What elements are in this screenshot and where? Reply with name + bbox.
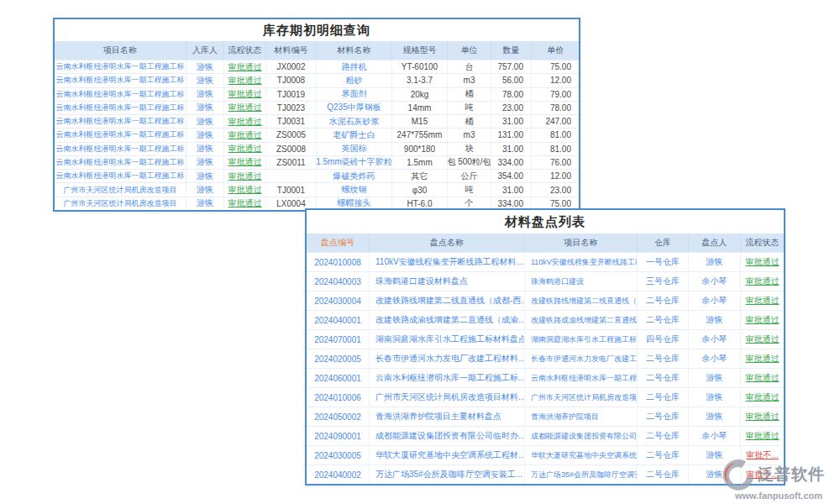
table-row[interactable]: 云南水利枢纽潜明水库一期工程施工标游恢审批通过TJ0031水泥石灰砂浆M15桶3…	[55, 114, 579, 128]
check-name-cell[interactable]: 华软大厦研究基地中央空调系统工程材...	[370, 446, 525, 465]
check-name-cell[interactable]: 成都能源建设集团投资有限公司临时办...	[370, 427, 525, 445]
check-name-cell[interactable]: 湖南洞庭湖水库引水工程施工标材料盘点	[370, 330, 525, 349]
material-name-cell[interactable]: 界面剂	[317, 88, 392, 101]
table-row[interactable]: 2024030004改建铁路线增建第二线直通线（成都-西...改建铁路线增建第二…	[307, 291, 784, 310]
table-row[interactable]: 云南水利枢纽潜明水库一期工程施工标游恢审批通过TJ0019界面剂20kg桶78.…	[55, 87, 579, 101]
warehouse-cell[interactable]: 二号仓库	[638, 427, 689, 445]
project-name-cell[interactable]: 万达广场35#会所及咖啡厅空调安装...	[525, 465, 638, 484]
project-name-cell[interactable]: 成都能源建设集团投资有限公司临时...	[525, 427, 638, 445]
receiver-cell[interactable]: 游恢	[186, 156, 224, 169]
table-row[interactable]: 云南水利枢纽潜明水库一期工程施工标游恢审批通过ZS00111.5mm瓷砖十字胶粒…	[55, 155, 579, 169]
material-name-cell[interactable]: 英国棕	[317, 143, 392, 155]
checker-cell[interactable]: 游恢	[689, 465, 741, 484]
column-header-process-status[interactable]: 流程状态	[224, 41, 266, 60]
status-cell[interactable]: 审批通过	[224, 129, 266, 141]
checker-cell[interactable]: 余小琴	[689, 291, 741, 310]
check-name-cell[interactable]: 青海洪湖养护院项目主要材料盘点	[370, 407, 525, 426]
receiver-cell[interactable]: 游恢	[186, 60, 224, 73]
project-name-cell[interactable]: 改建铁路线增建第二线直通线（成都-...	[525, 291, 638, 310]
table-row[interactable]: 广州市天河区统计局机房改造项目游恢审批通过TJ0001螺纹钢φ30吨31.002…	[55, 182, 579, 196]
column-header-warehouse[interactable]: 仓库	[638, 234, 689, 252]
receiver-cell[interactable]: 游恢	[186, 129, 224, 141]
column-header-spec[interactable]: 规格型号	[392, 41, 448, 60]
receiver-cell[interactable]: 游恢	[186, 197, 224, 210]
column-header-check-name[interactable]: 盘点名称	[370, 234, 525, 252]
table-row[interactable]: 2024090001成都能源建设集团投资有限公司临时办...成都能源建设集团投资…	[307, 426, 784, 445]
project-name-cell[interactable]: 广州市天河区统计局机房改造项目	[55, 183, 186, 196]
check-name-cell[interactable]: 110kV安徽线程集变开断线路工程材料...	[370, 253, 525, 271]
status-cell[interactable]: 审批不...	[741, 446, 784, 465]
project-name-cell[interactable]: 云南水利枢纽潜明水库一期工程施工标	[55, 170, 186, 182]
project-name-cell[interactable]: 云南水利枢纽潜明水库一期工程施工标	[55, 88, 186, 101]
warehouse-cell[interactable]: 二号仓库	[638, 465, 689, 484]
check-name-cell[interactable]: 改建铁路成渝线增建第二直通线（成渝...	[370, 311, 525, 329]
receiver-cell[interactable]: 游恢	[186, 143, 224, 155]
checker-cell[interactable]: 余小琴	[689, 330, 741, 349]
table-row[interactable]: 云南水利枢纽潜明水库一期工程施工标游恢审批通过TJ0023Q235中厚钢板14m…	[55, 101, 579, 114]
check-name-cell[interactable]: 改建铁路线增建第二线直通线（成都-西...	[370, 291, 525, 310]
table-row[interactable]: 2024060001云南水利枢纽潜明水库一期工程施工标...云南水利枢纽潜明水库…	[307, 368, 784, 387]
status-cell[interactable]: 审批通过	[741, 349, 784, 368]
checker-cell[interactable]: 余小琴	[689, 427, 741, 445]
check-id-cell[interactable]: 2024070001	[307, 330, 370, 349]
table-row[interactable]: 2024030005华软大厦研究基地中央空调系统工程材...华软大厦研究基地中央…	[307, 445, 784, 465]
table-row[interactable]: 2024010006广州市天河区统计局机房改造项目材料...广州市天河区统计局机…	[307, 387, 784, 407]
column-header-material-code[interactable]: 材料编号	[266, 41, 317, 60]
table-row[interactable]: 2024040003珠海鹤港口建设材料盘点珠海鹤港口建设三号仓库余小琴审批通过	[307, 271, 784, 291]
project-name-cell[interactable]: 华软大厦研究基地中央空调系统工程	[525, 446, 638, 465]
status-cell[interactable]: 审批通过	[224, 60, 266, 73]
table-row[interactable]: 2024040002万达广场35#会所及咖啡厅空调安装工...万达广场35#会所…	[307, 465, 784, 484]
column-header-project-name[interactable]: 项目名称	[55, 41, 186, 60]
check-id-cell[interactable]: 2024010006	[307, 388, 370, 407]
warehouse-cell[interactable]: 四号仓库	[638, 330, 689, 349]
status-cell[interactable]: 审批通过	[224, 156, 266, 169]
checker-cell[interactable]: 游恢	[689, 311, 741, 329]
project-name-cell[interactable]: 长春市伊通河水力发电厂改建工程	[525, 349, 638, 368]
table-row[interactable]: 2024020005长春市伊通河水力发电厂改建工程材料...长春市伊通河水力发电…	[307, 349, 784, 368]
check-name-cell[interactable]: 珠海鹤港口建设材料盘点	[370, 272, 525, 291]
project-name-cell[interactable]: 青海洪湖养护院项目	[525, 407, 638, 426]
warehouse-cell[interactable]: 二号仓库	[638, 388, 689, 407]
project-name-cell[interactable]: 改建铁路成渝线增建第二直通线（成...	[525, 311, 638, 329]
warehouse-cell[interactable]: 三号仓库	[638, 272, 689, 291]
column-header-check-id[interactable]: 盘点编号	[307, 234, 370, 252]
warehouse-cell[interactable]: 二号仓库	[638, 369, 689, 387]
receiver-cell[interactable]: 游恢	[186, 115, 224, 128]
project-name-cell[interactable]: 110kV安徽线程集变开断线路工程	[525, 253, 638, 271]
warehouse-cell[interactable]: 一号仓库	[638, 253, 689, 271]
warehouse-cell[interactable]: 二号仓库	[638, 407, 689, 426]
check-id-cell[interactable]: 2024010008	[307, 253, 370, 271]
column-header-unit[interactable]: 单位	[448, 41, 491, 60]
check-id-cell[interactable]: 2024050002	[307, 407, 370, 426]
checker-cell[interactable]: 余小琴	[689, 349, 741, 368]
column-header-material-name[interactable]: 材料名称	[317, 41, 392, 60]
table-row[interactable]: 2024070001湖南洞庭湖水库引水工程施工标材料盘点湖南洞庭湖水库引水工程施…	[307, 329, 784, 349]
receiver-cell[interactable]: 游恢	[186, 88, 224, 101]
table-row[interactable]: 云南水利枢纽潜明水库一期工程施工标游恢审批通过ZS0005老矿爵士白247*75…	[55, 128, 579, 141]
table-row[interactable]: 云南水利枢纽潜明水库一期工程施工标游恢审批通过爆破类炸药其它公斤354.0012…	[55, 169, 579, 182]
material-name-cell[interactable]: 1.5mm瓷砖十字胶粒	[317, 156, 392, 169]
status-cell[interactable]: 审批通过	[224, 74, 266, 87]
status-cell[interactable]: 审批通过	[741, 407, 784, 426]
check-id-cell[interactable]: 2024040001	[307, 311, 370, 329]
status-cell[interactable]: 审批通过	[741, 253, 784, 271]
project-name-cell[interactable]: 云南水利枢纽潜明水库一期工程施工标	[55, 143, 186, 155]
status-cell[interactable]: 审批通过	[741, 311, 784, 329]
status-cell[interactable]: 审批通过	[741, 330, 784, 349]
project-name-cell[interactable]: 广州市天河区统计局机房改造项目	[55, 197, 186, 210]
material-name-cell[interactable]: Q235中厚钢板	[317, 102, 392, 114]
checker-cell[interactable]: 游恢	[689, 369, 741, 387]
status-cell[interactable]: 审批通过	[224, 170, 266, 182]
project-name-cell[interactable]: 珠海鹤港口建设	[525, 272, 638, 291]
status-cell[interactable]: 审批通过	[224, 115, 266, 128]
status-cell[interactable]: 审批通过	[741, 427, 784, 445]
status-cell[interactable]: 审批通过	[741, 369, 784, 387]
status-cell[interactable]: 审批通过	[741, 388, 784, 407]
warehouse-cell[interactable]: 二号仓库	[638, 291, 689, 310]
project-name-cell[interactable]: 云南水利枢纽潜明水库一期工程施工标	[525, 369, 638, 387]
checker-cell[interactable]: 游恢	[689, 407, 741, 426]
check-id-cell[interactable]: 2024090001	[307, 427, 370, 445]
table-row[interactable]: 云南水利枢纽潜明水库一期工程施工标游恢审批通过TJ0008粗砂3.1-3.7m3…	[55, 73, 579, 87]
material-name-cell[interactable]: 水泥石灰砂浆	[317, 115, 392, 128]
project-name-cell[interactable]: 云南水利枢纽潜明水库一期工程施工标	[55, 74, 186, 87]
